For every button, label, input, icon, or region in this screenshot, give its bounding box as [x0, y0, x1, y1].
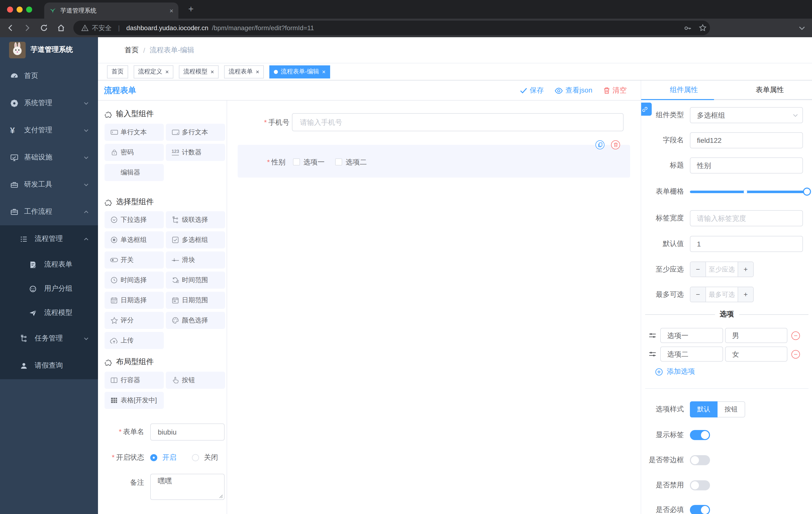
gender-option1-label[interactable]: 选项一	[303, 158, 325, 166]
tab-form-props[interactable]: 表单属性	[727, 80, 812, 99]
sidebar-item-system[interactable]: 系统管理	[0, 89, 98, 117]
component-button[interactable]: 按钮	[166, 372, 225, 389]
component-multi-line-text[interactable]: 多行文本	[166, 124, 225, 141]
component-date-range[interactable]: 日期范围	[166, 292, 225, 309]
browser-tab[interactable]: 芋道管理系统 ×	[44, 2, 178, 19]
component-type-select[interactable]: 多选框组	[690, 107, 803, 123]
option1-value-input[interactable]: 男	[725, 328, 787, 343]
component-checkbox-group[interactable]: 多选框组	[166, 231, 225, 248]
resize-handle-icon[interactable]	[219, 494, 223, 498]
gender-field-selected-block[interactable]: *性别 选项一 选项二	[238, 145, 630, 178]
status-on-radio[interactable]	[150, 454, 157, 461]
tag-process-form-edit[interactable]: 流程表单-编辑×	[269, 65, 330, 78]
breadcrumb-home[interactable]: 首页	[125, 46, 139, 55]
style-button-button[interactable]: 按钮	[718, 401, 745, 417]
component-slider[interactable]: 滑块	[166, 251, 225, 269]
show-label-toggle[interactable]	[690, 430, 710, 440]
label-width-input[interactable]: 请输入标签宽度	[690, 210, 803, 226]
phone-input[interactable]: 请输入手机号	[292, 113, 624, 131]
stepper-decrease-button[interactable]: −	[690, 287, 705, 302]
disabled-toggle[interactable]	[690, 480, 710, 490]
stepper-increase-button[interactable]: +	[738, 262, 753, 277]
form-remark-textarea[interactable]: 嘿嘿	[150, 474, 225, 500]
tag-close-icon[interactable]: ×	[256, 69, 259, 75]
option1-label-input[interactable]: 选项一	[660, 328, 723, 343]
tag-process-definition[interactable]: 流程定义×	[134, 65, 173, 78]
bookmark-star-icon[interactable]	[698, 24, 707, 32]
stepper-decrease-button[interactable]: −	[690, 262, 705, 277]
max-select-input[interactable]: 最多可选	[705, 287, 738, 302]
component-counter[interactable]: 123 计数器	[166, 144, 225, 161]
required-toggle[interactable]	[690, 505, 710, 514]
window-minimize-button[interactable]	[17, 6, 23, 12]
component-switch[interactable]: 开关	[105, 251, 164, 269]
component-password[interactable]: 密码	[105, 144, 164, 161]
tag-home[interactable]: 首页	[107, 65, 128, 78]
status-off-radio[interactable]	[192, 454, 199, 461]
sidebar-item-task-mgmt[interactable]: 任务管理	[0, 325, 98, 352]
component-time-range[interactable]: 时间范围	[166, 272, 225, 289]
sidebar-item-payment[interactable]: ¥ 支付管理	[0, 117, 98, 144]
component-single-line-text[interactable]: 单行文本	[105, 124, 164, 141]
clear-button[interactable]: 清空	[604, 86, 627, 95]
back-icon[interactable]	[6, 23, 16, 33]
style-default-button[interactable]: 默认	[690, 401, 718, 417]
component-editor[interactable]: 编辑器	[105, 164, 164, 181]
sidebar-item-process-form[interactable]: 流程表单	[0, 252, 98, 277]
duplicate-component-button[interactable]	[596, 140, 605, 150]
component-cascader[interactable]: 级联选择	[166, 211, 225, 228]
tag-close-icon[interactable]: ×	[210, 69, 214, 75]
address-bar[interactable]: 不安全 | dashboard.yudao.iocoder.cn/bpm/man…	[74, 21, 710, 35]
save-button[interactable]: 保存	[520, 86, 544, 95]
tab-close-icon[interactable]: ×	[170, 7, 173, 14]
tag-process-form[interactable]: 流程表单×	[224, 65, 264, 78]
sidebar-item-infra[interactable]: 基础设施	[0, 144, 98, 171]
sidebar-item-home[interactable]: 首页	[0, 62, 98, 89]
field-name-input[interactable]: field122	[690, 132, 803, 148]
window-close-button[interactable]	[7, 6, 13, 12]
forward-icon[interactable]	[22, 23, 32, 33]
component-table-dev[interactable]: 表格[开发中]	[105, 392, 164, 409]
component-rate[interactable]: 评分	[105, 312, 164, 329]
component-row-container[interactable]: 行容器	[105, 372, 164, 389]
gender-option1-checkbox[interactable]	[293, 158, 300, 165]
default-value-input[interactable]: 1	[690, 236, 803, 252]
reload-icon[interactable]	[39, 23, 49, 33]
slider-handle[interactable]	[803, 188, 811, 196]
gender-option2-checkbox[interactable]	[335, 158, 342, 165]
title-input[interactable]: 性别	[690, 157, 803, 173]
tag-close-icon[interactable]: ×	[322, 69, 326, 75]
remove-option-button[interactable]: −	[791, 350, 800, 358]
delete-component-button[interactable]	[611, 140, 620, 150]
border-toggle[interactable]	[690, 455, 710, 465]
component-radio-group[interactable]: 单选框组	[105, 231, 164, 248]
component-color-picker[interactable]: 颜色选择	[166, 312, 225, 329]
component-date-picker[interactable]: 日期选择	[105, 292, 164, 309]
tag-process-model[interactable]: 流程模型×	[179, 65, 219, 78]
drag-handle-icon[interactable]	[649, 332, 656, 339]
remove-option-button[interactable]: −	[791, 331, 800, 340]
min-select-input[interactable]: 至少应选	[705, 262, 738, 277]
status-off-label[interactable]: 关闭	[204, 453, 218, 462]
status-on-label[interactable]: 开启	[162, 453, 176, 462]
drag-handle-icon[interactable]	[649, 351, 656, 358]
stepper-increase-button[interactable]: +	[738, 287, 753, 302]
add-option-button[interactable]: 添加选项	[655, 367, 695, 376]
form-name-input[interactable]: biubiu	[150, 424, 225, 440]
sidebar-item-user-group[interactable]: 用户分组	[0, 277, 98, 301]
component-upload[interactable]: 上传	[105, 332, 164, 349]
component-time-picker[interactable]: 时间选择	[105, 272, 164, 289]
component-select[interactable]: 下拉选择	[105, 211, 164, 228]
sidebar-item-leave-query[interactable]: 请假查询	[0, 352, 98, 379]
sidebar-item-process-model[interactable]: 流程模型	[0, 301, 98, 325]
sidebar-item-workflow[interactable]: 工作流程	[0, 198, 98, 225]
sidebar-item-process-mgmt[interactable]: 流程管理	[0, 225, 98, 252]
gender-option2-label[interactable]: 选项二	[346, 158, 367, 166]
toolbar-chevron-down-icon[interactable]	[799, 26, 805, 30]
home-icon[interactable]	[56, 23, 66, 33]
tag-close-icon[interactable]: ×	[165, 69, 169, 75]
new-tab-button[interactable]: +	[185, 3, 197, 15]
tab-component-props[interactable]: 组件属性	[641, 80, 727, 99]
option2-label-input[interactable]: 选项二	[660, 347, 723, 361]
window-zoom-button[interactable]	[26, 6, 32, 12]
